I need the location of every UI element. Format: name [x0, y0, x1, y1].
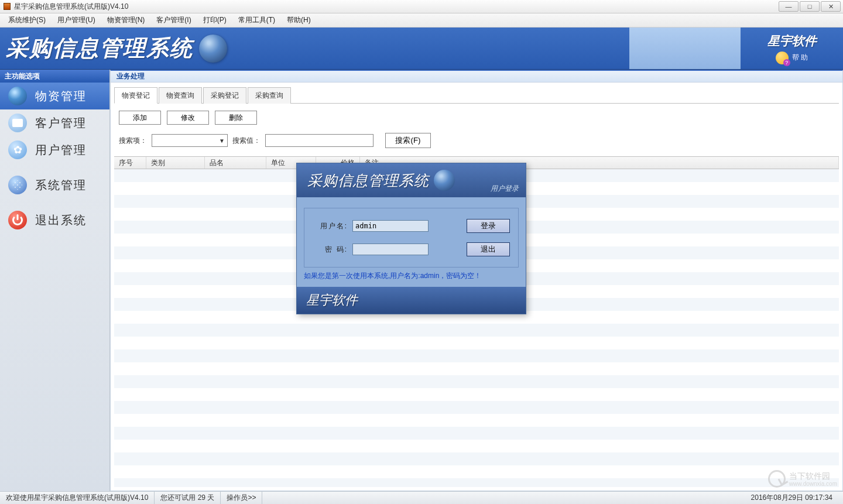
- app-banner: 采购信息管理系统 星宇软件 帮 助: [0, 28, 843, 70]
- login-button[interactable]: 登录: [467, 219, 510, 233]
- sidebar-item-exit[interactable]: 退出系统: [0, 207, 109, 234]
- statusbar: 欢迎使用星宇采购信息管理系统(试用版)V4.10 您还可试用 29 天 操作员>…: [0, 491, 843, 504]
- system-icon: [8, 176, 27, 194]
- sidebar-header: 主功能选项: [0, 70, 109, 83]
- window-titlebar: 星宇采购信息管理系统(试用版)V4.10 — □ ✕: [0, 0, 843, 13]
- delete-button[interactable]: 删除: [215, 111, 257, 125]
- tabs: 物资登记 物资查询 采购登记 采购查询: [114, 87, 839, 104]
- search-value-input[interactable]: [265, 134, 373, 147]
- sidebar-item-materials[interactable]: 物资管理: [0, 83, 109, 109]
- menu-system-maintain[interactable]: 系统维护(S): [2, 13, 52, 28]
- login-exit-button[interactable]: 退出: [467, 242, 510, 256]
- section-header: 业务处理: [110, 70, 843, 83]
- col-category[interactable]: 类别: [146, 157, 205, 169]
- window-title: 星宇采购信息管理系统(试用版)V4.10: [14, 2, 128, 12]
- sidebar-item-label: 物资管理: [35, 88, 87, 104]
- status-datetime: 2016年08月29日 09:17:34: [745, 493, 843, 503]
- tab-material-register[interactable]: 物资登记: [114, 87, 157, 104]
- login-hint: 如果您是第一次使用本系统,用户名为:admin，密码为空！: [304, 271, 519, 281]
- app-icon: [2, 2, 12, 11]
- login-username-input[interactable]: [352, 220, 429, 232]
- corner-watermark: 当下软件园 www.downxia.com: [768, 470, 837, 488]
- sidebar-item-customers[interactable]: 客户管理: [0, 109, 109, 136]
- login-user-label: 用户名:: [313, 221, 348, 231]
- sidebar-item-label: 用户管理: [35, 142, 87, 158]
- corner-sub: www.downxia.com: [789, 481, 837, 487]
- col-seq[interactable]: 序号: [114, 157, 146, 169]
- banner-help-label: 帮 助: [792, 53, 808, 63]
- add-button[interactable]: 添加: [119, 111, 161, 125]
- login-subtitle: 用户登录: [491, 184, 519, 194]
- tab-purchase-register[interactable]: 采购登记: [203, 87, 246, 104]
- search-term-combo[interactable]: ▼: [152, 134, 228, 147]
- login-footer-brand: 星宇软件: [306, 292, 358, 309]
- sidebar-item-label: 客户管理: [35, 115, 87, 131]
- tab-purchase-query[interactable]: 采购查询: [248, 87, 291, 104]
- chevron-down-icon: ▼: [219, 138, 225, 144]
- menu-common-tools[interactable]: 常用工具(T): [232, 13, 281, 28]
- search-term-label: 搜索项：: [119, 136, 147, 146]
- bubble-icon: [768, 470, 786, 488]
- banner-brand: 星宇软件: [767, 33, 817, 49]
- customers-icon: [8, 114, 27, 132]
- corner-brand: 当下软件园: [789, 471, 837, 482]
- menu-user-manage[interactable]: 用户管理(U): [52, 13, 101, 28]
- sidebar: 主功能选项 物资管理 客户管理 用户管理 系统管理 退出系统: [0, 70, 110, 491]
- globe-icon: [199, 35, 227, 63]
- tab-material-query[interactable]: 物资查询: [159, 87, 202, 104]
- login-password-input[interactable]: [352, 244, 429, 255]
- login-dialog: 采购信息管理系统 用户登录 用户名: 登录 密 码: 退出 如果您是第一次使用本…: [296, 163, 526, 314]
- users-icon: [8, 140, 27, 159]
- banner-title: 采购信息管理系统: [6, 33, 193, 63]
- login-pass-label: 密 码:: [313, 245, 348, 255]
- status-trial: 您还可试用 29 天: [155, 492, 221, 504]
- menu-print[interactable]: 打印(P): [197, 13, 232, 28]
- col-name[interactable]: 品名: [205, 157, 266, 169]
- login-title: 采购信息管理系统: [307, 171, 429, 190]
- status-welcome: 欢迎使用星宇采购信息管理系统(试用版)V4.10: [0, 492, 155, 504]
- search-button[interactable]: 搜索(F): [385, 133, 431, 148]
- sidebar-item-system[interactable]: 系统管理: [0, 172, 109, 198]
- minimize-button[interactable]: —: [779, 1, 799, 12]
- banner-help-button[interactable]: 帮 助: [776, 52, 808, 64]
- maximize-button[interactable]: □: [800, 1, 820, 12]
- banner-light-panel: [629, 28, 741, 69]
- globe-icon: [434, 170, 455, 191]
- sidebar-item-label: 系统管理: [35, 177, 87, 193]
- help-face-icon: [776, 52, 789, 64]
- sidebar-item-label: 退出系统: [35, 212, 87, 228]
- menu-help[interactable]: 帮助(H): [281, 13, 317, 28]
- menu-material-manage[interactable]: 物资管理(N): [101, 13, 151, 28]
- close-button[interactable]: ✕: [821, 1, 841, 12]
- search-value-label: 搜索值：: [232, 136, 261, 146]
- status-operator: 操作员>>: [221, 492, 262, 504]
- edit-button[interactable]: 修改: [167, 111, 209, 125]
- exit-icon: [8, 211, 27, 229]
- materials-icon: [8, 87, 27, 105]
- menubar: 系统维护(S) 用户管理(U) 物资管理(N) 客户管理(I) 打印(P) 常用…: [0, 13, 843, 28]
- sidebar-item-users[interactable]: 用户管理: [0, 136, 109, 163]
- menu-customer-manage[interactable]: 客户管理(I): [150, 13, 197, 28]
